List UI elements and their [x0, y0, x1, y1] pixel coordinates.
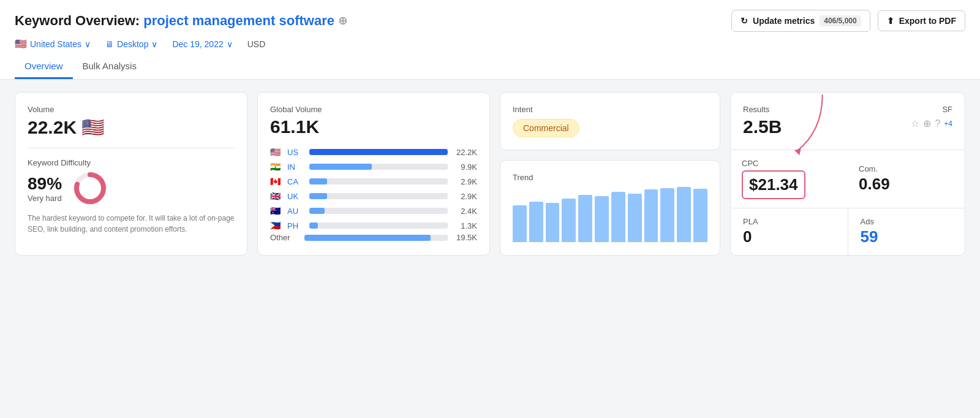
difficulty-label: Keyword Difficulty: [28, 158, 235, 167]
update-metrics-label: Update metrics: [753, 16, 815, 26]
other-bar-fill: [304, 235, 431, 241]
country-row: 🇮🇳 IN 9.9K: [270, 162, 477, 172]
tab-overview[interactable]: Overview: [15, 55, 73, 79]
trend-bar: [611, 192, 625, 242]
results-sf-section: Results 2.5B SF ☆ ⊕ ? +4: [731, 93, 965, 150]
export-icon: ⬆: [887, 16, 894, 26]
right-column: Results 2.5B SF ☆ ⊕ ? +4: [730, 92, 965, 256]
question-icon[interactable]: ?: [935, 118, 940, 129]
country-code-CA[interactable]: CA: [287, 177, 304, 186]
cpc-label: CPC: [742, 159, 837, 168]
date-filter[interactable]: Dec 19, 2022 ∨: [172, 39, 232, 49]
bar-bg-PH: [309, 222, 448, 229]
bar-fill-UK: [309, 193, 327, 199]
device-chevron-icon: ∨: [151, 39, 157, 49]
volume-label: Volume: [28, 105, 235, 114]
other-row: Other 19.5K: [270, 233, 477, 242]
results-cpc-pla-card: Results 2.5B SF ☆ ⊕ ? +4: [730, 92, 965, 256]
device-name: Desktop: [117, 39, 148, 49]
country-chevron-icon: ∨: [85, 39, 91, 49]
com-value: 0.69: [859, 175, 954, 194]
country-code-IN[interactable]: IN: [287, 162, 304, 172]
trend-card: Trend: [500, 160, 720, 256]
difficulty-value: 89% Very hard: [28, 174, 62, 203]
difficulty-description: The hardest keyword to compete for. It w…: [28, 213, 235, 235]
main-content: Volume 22.2K 🇺🇸 Keyword Difficulty 89% V…: [0, 80, 980, 268]
difficulty-donut: [72, 170, 108, 207]
update-metrics-button[interactable]: ↻ Update metrics 406/5,000: [731, 10, 870, 32]
intent-badge: Commercial: [513, 119, 579, 137]
trend-bar: [693, 189, 707, 242]
country-row: 🇬🇧 UK 2.9K: [270, 191, 477, 201]
country-row: 🇺🇸 US 22.2K: [270, 147, 477, 157]
trend-bar: [546, 203, 560, 242]
intent-card: Intent Commercial: [500, 92, 720, 150]
export-pdf-label: Export to PDF: [899, 16, 956, 26]
country-code-UK[interactable]: UK: [287, 192, 304, 201]
country-code-AU[interactable]: AU: [287, 207, 304, 216]
title-prefix: Keyword Overview:: [15, 13, 140, 29]
country-code-US[interactable]: US: [287, 148, 304, 157]
other-label: Other: [270, 233, 300, 242]
country-row: 🇦🇺 AU 2.4K: [270, 206, 477, 216]
country-code-PH[interactable]: PH: [287, 221, 304, 230]
device-icon: 🖥: [105, 39, 114, 49]
global-volume-value: 61.1K: [270, 116, 477, 137]
header-top-row: Keyword Overview: project management sof…: [15, 10, 965, 32]
update-counter: 406/5,000: [820, 15, 861, 26]
sf-plus-badge[interactable]: +4: [944, 120, 952, 128]
country-flag-PH: 🇵🇭: [270, 221, 282, 230]
results-value: 2.5B: [743, 116, 782, 137]
country-flag-AU: 🇦🇺: [270, 206, 282, 216]
add-keyword-icon[interactable]: ⊕: [338, 14, 347, 28]
com-label: Com.: [859, 164, 954, 173]
bar-fill-IN: [309, 164, 372, 170]
volume-flag: 🇺🇸: [81, 116, 104, 138]
date-value: Dec 19, 2022: [172, 39, 223, 49]
export-pdf-button[interactable]: ⬆ Export to PDF: [878, 10, 965, 31]
other-bar-bg: [304, 235, 448, 241]
trend-bar: [562, 199, 576, 242]
refresh-icon: ↻: [741, 16, 748, 26]
currency-label: USD: [247, 39, 266, 49]
tab-bulk-analysis[interactable]: Bulk Analysis: [73, 55, 146, 79]
header-actions: ↻ Update metrics 406/5,000 ⬆ Export to P…: [731, 10, 965, 32]
country-vol-PH: 1.3K: [453, 221, 477, 230]
trend-bar: [660, 188, 674, 242]
tab-bar: Overview Bulk Analysis: [15, 55, 965, 79]
page-title: Keyword Overview: project management sof…: [15, 13, 347, 29]
country-vol-UK: 2.9K: [453, 192, 477, 201]
country-rows: 🇺🇸 US 22.2K 🇮🇳 IN 9.9K 🇨🇦 CA 2.9K 🇬🇧 UK: [270, 147, 477, 230]
country-flag-US: 🇺🇸: [270, 147, 282, 157]
star-icon[interactable]: ☆: [911, 118, 919, 129]
country-filter[interactable]: 🇺🇸 United States ∨: [15, 38, 91, 50]
results-label: Results: [743, 105, 782, 114]
link-icon[interactable]: ⊕: [923, 118, 931, 129]
pla-label: PLA: [743, 217, 835, 226]
bar-fill-US: [309, 149, 448, 155]
trend-bar: [644, 189, 658, 242]
bar-fill-PH: [309, 222, 318, 229]
pla-ads-row: PLA 0 Ads 59: [731, 208, 965, 255]
trend-bar: [513, 205, 527, 242]
trend-bar: [677, 187, 691, 242]
country-vol-IN: 9.9K: [453, 162, 477, 172]
volume-value: 22.2K 🇺🇸: [28, 116, 235, 138]
global-volume-label: Global Volume: [270, 105, 477, 114]
device-filter[interactable]: 🖥 Desktop ∨: [105, 39, 157, 49]
trend-chart: [513, 187, 707, 242]
bar-bg-AU: [309, 208, 448, 214]
ads-section: Ads 59: [848, 208, 965, 255]
ads-value: 59: [861, 227, 953, 246]
volume-card: Volume 22.2K 🇺🇸 Keyword Difficulty 89% V…: [15, 92, 247, 256]
com-section: Com. 0.69: [848, 156, 965, 202]
trend-bar: [628, 194, 642, 242]
sf-label: SF: [911, 105, 952, 114]
bar-bg-US: [309, 149, 448, 155]
results-row: Results 2.5B SF ☆ ⊕ ? +4: [743, 105, 952, 137]
bar-fill-CA: [309, 178, 327, 184]
sf-section: SF ☆ ⊕ ? +4: [911, 105, 952, 129]
keyword-query: project management software: [143, 13, 334, 29]
country-flag: 🇺🇸: [15, 38, 27, 50]
trend-label: Trend: [513, 173, 707, 182]
